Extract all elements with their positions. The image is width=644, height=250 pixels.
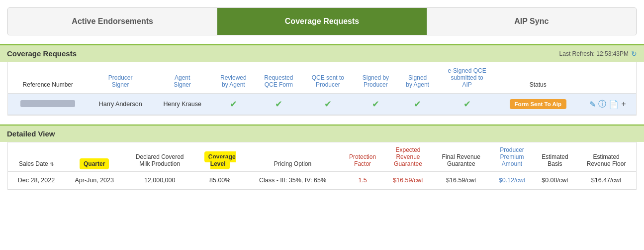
sort-icon[interactable]: ⇅ [50, 161, 54, 167]
download-icon[interactable]: 📄 [609, 100, 619, 109]
protection-factor-cell: 1.5 [341, 172, 384, 189]
detailed-view-table: Sales Date ⇅ Quarter Declared CoveredMil… [8, 142, 636, 189]
refresh-label: Last Refresh: 12:53:43PM [559, 50, 629, 57]
coverage-requests-table-container: Reference Number ProducerSigner AgentSig… [7, 62, 637, 116]
info-icon[interactable]: ⓘ [598, 99, 606, 110]
actions-cell: ✎ ⓘ 📄 + [579, 94, 636, 115]
add-icon[interactable]: + [621, 100, 626, 109]
check-signed-producer: ✔ [372, 99, 379, 109]
col-estimated-revenue-floor: EstimatedRevenue Floor [576, 142, 636, 172]
detailed-view-header: Detailed View [0, 125, 644, 142]
tab-active-endorsements[interactable]: Active Endorsements [8, 8, 217, 35]
col-protection-factor: ProtectionFactor [341, 142, 384, 172]
quarter-badge-header: Quarter [80, 158, 109, 169]
detailed-table-row: Dec 28, 2022 Apr-Jun, 2023 12,000,000 85… [8, 172, 636, 189]
refresh-info: Last Refresh: 12:53:43PM ↻ [559, 50, 637, 58]
coverage-requests-header: Coverage Requests Last Refresh: 12:53:43… [0, 44, 644, 62]
check-esigned-qce: ✔ [463, 99, 471, 109]
pricing-option-cell: Class - III: 35%, IV: 65% [245, 172, 341, 189]
signed-by-agent-cell: ✔ [398, 94, 438, 115]
col-signed-by-producer: Signed byProducer [354, 62, 397, 94]
agent-signer-cell: Henry Krause [153, 94, 212, 115]
table-row: Harry Anderson Henry Krause ✔ ✔ ✔ ✔ ✔ ✔ … [8, 94, 636, 115]
col-declared-milk: Declared CoveredMilk Production [124, 142, 195, 172]
ref-number-redacted [20, 100, 75, 107]
detailed-view-table-container: Sales Date ⇅ Quarter Declared CoveredMil… [7, 142, 637, 190]
col-requested-qce: RequestedQCE Form [255, 62, 302, 94]
estimated-basis-cell: $0.00/cwt [534, 172, 576, 189]
status-badge: Form Sent To Aip [510, 99, 567, 109]
refresh-icon[interactable]: ↻ [631, 50, 637, 58]
ref-number-cell [8, 94, 88, 115]
col-expected-revenue: ExpectedRevenueGuarantee [384, 142, 432, 172]
col-ref-number: Reference Number [8, 62, 88, 94]
requested-qce-cell: ✔ [255, 94, 302, 115]
col-sales-date: Sales Date ⇅ [8, 142, 65, 172]
estimated-revenue-floor-cell: $16.47/cwt [576, 172, 636, 189]
tab-bar: Active Endorsements Coverage Requests AI… [7, 7, 637, 35]
quarter-cell: Apr-Jun, 2023 [65, 172, 124, 189]
producer-signer-cell: Harry Anderson [88, 94, 153, 115]
col-coverage-level: CoverageLevel [195, 142, 245, 172]
tab-aip-sync[interactable]: AIP Sync [427, 8, 636, 35]
col-qce-sent: QCE sent toProducer [302, 62, 354, 94]
declared-milk-cell: 12,000,000 [124, 172, 195, 189]
check-signed-agent: ✔ [414, 99, 421, 109]
col-agent-signer: AgentSigner [153, 62, 212, 94]
action-icons-group: ✎ ⓘ 📄 + [583, 99, 632, 110]
signed-by-producer-cell: ✔ [354, 94, 397, 115]
reviewed-by-agent-cell: ✔ [212, 94, 256, 115]
edit-icon[interactable]: ✎ [589, 100, 596, 109]
check-reviewed-agent: ✔ [230, 99, 237, 109]
coverage-level-badge-header: CoverageLevel [204, 151, 236, 169]
coverage-requests-table: Reference Number ProducerSigner AgentSig… [8, 62, 636, 115]
sales-date-cell: Dec 28, 2022 [8, 172, 65, 189]
status-cell: Form Sent To Aip [497, 94, 579, 115]
col-quarter: Quarter [65, 142, 124, 172]
col-reviewed-by-agent: Reviewedby Agent [212, 62, 256, 94]
check-requested-qce: ✔ [275, 99, 282, 109]
tab-coverage-requests[interactable]: Coverage Requests [217, 8, 427, 35]
check-qce-sent: ✔ [324, 99, 332, 109]
qce-sent-cell: ✔ [302, 94, 354, 115]
detailed-view-title: Detailed View [7, 129, 55, 138]
coverage-requests-title: Coverage Requests [7, 49, 77, 58]
col-producer-signer: ProducerSigner [88, 62, 153, 94]
col-signed-by-agent: Signedby Agent [398, 62, 438, 94]
col-estimated-basis: EstimatedBasis [534, 142, 576, 172]
coverage-level-cell: 85.00% [195, 172, 245, 189]
col-pricing-option: Pricing Option [245, 142, 341, 172]
esigned-qce-cell: ✔ [438, 94, 497, 115]
final-revenue-cell: $16.59/cwt [432, 172, 490, 189]
col-producer-premium: ProducerPremiumAmount [490, 142, 533, 172]
expected-revenue-cell: $16.59/cwt [384, 172, 432, 189]
col-final-revenue: Final RevenueGuarantee [432, 142, 490, 172]
producer-premium-cell: $0.12/cwt [490, 172, 533, 189]
col-actions [579, 62, 636, 94]
col-status: Status [497, 62, 579, 94]
col-esigned-qce: e-Signed QCEsubmitted toAIP [438, 62, 497, 94]
